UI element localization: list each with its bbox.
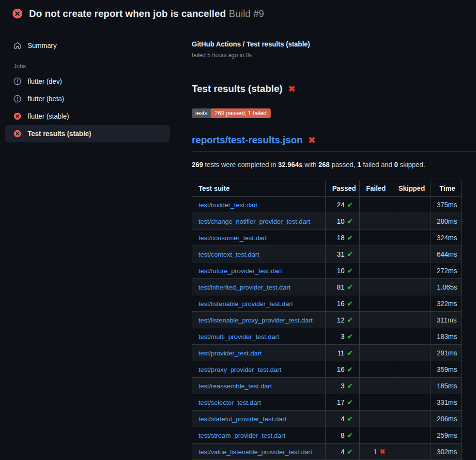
suite-link[interactable]: test/listenable_proxy_provider_test.dart xyxy=(199,317,313,324)
build-number: Build #9 xyxy=(229,8,264,19)
time-cell: 302ms xyxy=(430,444,462,460)
suite-link[interactable]: test/builder_test.dart xyxy=(199,201,258,209)
workflow-run-page: Do not create report when job is cancell… xyxy=(0,0,476,460)
check-icon: ✔ xyxy=(347,316,353,324)
check-icon: ✔ xyxy=(347,233,353,242)
sidebar-item-summary[interactable]: Summary xyxy=(5,37,170,54)
suite-link[interactable]: test/change_notifier_provider_test.dart xyxy=(199,218,310,225)
failed-cell xyxy=(360,262,392,279)
column-header: Skipped xyxy=(392,180,430,197)
suite-link[interactable]: test/multi_provider_test.dart xyxy=(199,333,279,340)
main-content: GitHub Actions / Test results (stable) f… xyxy=(192,27,476,460)
column-header: Test suite xyxy=(192,180,326,197)
suite-cell: test/change_notifier_provider_test.dart xyxy=(192,213,326,230)
summary-segment: passed, xyxy=(330,161,357,169)
table-row: test/proxy_provider_test.dart16✔359ms xyxy=(192,361,462,378)
check-icon: ✔ xyxy=(347,217,353,225)
cross-mark-icon: ✖ xyxy=(288,84,295,93)
badge-wrap: tests 268 passed, 1 failed xyxy=(192,108,476,118)
passed-cell: 18✔ xyxy=(326,230,360,246)
section-title: Test results (stable) xyxy=(192,82,282,95)
failed-cell xyxy=(360,213,392,230)
x-circle-icon xyxy=(14,130,21,138)
failed-cell xyxy=(360,411,392,427)
passed-cell: 4✔ xyxy=(326,411,360,427)
suite-cell: test/reassemble_test.dart xyxy=(192,378,326,394)
suite-cell: test/stream_provider_test.dart xyxy=(192,427,326,444)
check-icon: ✔ xyxy=(347,431,353,439)
time-cell: 291ms xyxy=(430,345,462,361)
passed-cell: 16✔ xyxy=(326,295,360,312)
tests-badge: tests 268 passed, 1 failed xyxy=(192,108,271,118)
passed-cell: 11✔ xyxy=(326,345,360,361)
passed-cell: 3✔ xyxy=(326,378,360,394)
suite-link[interactable]: test/listenable_provider_test.dart xyxy=(199,300,293,307)
failed-cell xyxy=(360,427,392,444)
table-row: test/value_listenable_provider_test.dart… xyxy=(192,444,462,460)
skipped-cell xyxy=(392,444,430,460)
suite-link[interactable]: test/stream_provider_test.dart xyxy=(199,432,285,439)
suite-link[interactable]: test/selector_test.dart xyxy=(199,399,261,406)
check-icon: ✔ xyxy=(347,414,353,423)
suite-link[interactable]: test/context_test.dart xyxy=(199,251,259,258)
suite-cell: test/inherited_provider_test.dart xyxy=(192,279,326,295)
count-value: 81 xyxy=(337,283,345,291)
suite-cell: test/multi_provider_test.dart xyxy=(192,328,326,345)
table-row: test/stream_provider_test.dart8✔259ms xyxy=(192,427,462,444)
time-cell: 375ms xyxy=(430,197,462,213)
time-cell: 311ms xyxy=(430,312,462,328)
time-cell: 331ms xyxy=(430,394,462,411)
sidebar-job-item[interactable]: flutter (beta) xyxy=(5,90,170,107)
summary-segment: with xyxy=(303,161,319,169)
failed-cell xyxy=(360,230,392,246)
sidebar-item-label: flutter (dev) xyxy=(28,77,62,85)
skipped-cell xyxy=(392,427,430,444)
failed-cell xyxy=(360,312,392,328)
suite-link[interactable]: test/value_listenable_provider_test.dart xyxy=(199,448,312,456)
passed-cell: 12✔ xyxy=(326,312,360,328)
sidebar-item-label: Test results (stable) xyxy=(28,130,91,138)
passed-cell: 3✔ xyxy=(326,328,360,345)
table-row: test/stateful_provider_test.dart4✔206ms xyxy=(192,411,462,427)
suite-link[interactable]: test/inherited_provider_test.dart xyxy=(199,284,291,291)
time-cell: 259ms xyxy=(430,427,462,444)
suite-cell: test/builder_test.dart xyxy=(192,197,326,213)
badge-label: tests xyxy=(192,108,211,118)
time-cell: 322ms xyxy=(430,295,462,312)
skipped-cell xyxy=(392,197,430,213)
table-row: test/future_provider_test.dart10✔272ms xyxy=(192,262,462,279)
passed-cell: 4✔ xyxy=(326,444,360,460)
sidebar-job-item[interactable]: flutter (dev) xyxy=(5,73,170,90)
time-cell: 1.065s xyxy=(430,279,462,295)
suite-link[interactable]: test/consumer_test.dart xyxy=(199,234,267,242)
count-value: 10 xyxy=(337,267,345,275)
results-table: Test suitePassedFailedSkippedTime test/b… xyxy=(192,180,462,460)
page-title: Do not create report when job is cancell… xyxy=(29,8,264,19)
time-cell: 644ms xyxy=(430,246,462,262)
badge-value: 268 passed, 1 failed xyxy=(211,108,270,118)
count-value: 17 xyxy=(337,399,345,406)
sidebar-job-item[interactable]: flutter (stable) xyxy=(5,107,170,125)
report-link[interactable]: reports/test-results.json xyxy=(192,134,303,147)
sidebar-item-label: Summary xyxy=(28,42,57,49)
check-icon: ✔ xyxy=(347,447,353,456)
skipped-cell xyxy=(392,262,430,279)
check-icon: ✔ xyxy=(347,398,353,406)
suite-link[interactable]: test/proxy_provider_test.dart xyxy=(199,366,281,373)
failed-cell xyxy=(360,246,392,262)
suite-link[interactable]: test/provider_test.dart xyxy=(199,350,262,357)
suite-link[interactable]: test/future_provider_test.dart xyxy=(199,267,282,275)
run-title: Do not create report when job is cancell… xyxy=(29,8,226,19)
suite-link[interactable]: test/stateful_provider_test.dart xyxy=(199,415,287,423)
x-circle-icon xyxy=(12,8,23,19)
passed-cell: 10✔ xyxy=(326,213,360,230)
table-row: test/listenable_proxy_provider_test.dart… xyxy=(192,312,462,328)
jobs-section-label: Jobs xyxy=(5,63,170,70)
passed-cell: 10✔ xyxy=(326,262,360,279)
summary-line: 269 tests were completed in 32.964s with… xyxy=(192,160,476,169)
sidebar-item-label: flutter (stable) xyxy=(28,112,69,120)
sidebar-job-item[interactable]: Test results (stable) xyxy=(5,125,170,142)
failed-cell xyxy=(360,378,392,394)
passed-cell: 81✔ xyxy=(326,279,360,295)
suite-link[interactable]: test/reassemble_test.dart xyxy=(199,383,272,390)
